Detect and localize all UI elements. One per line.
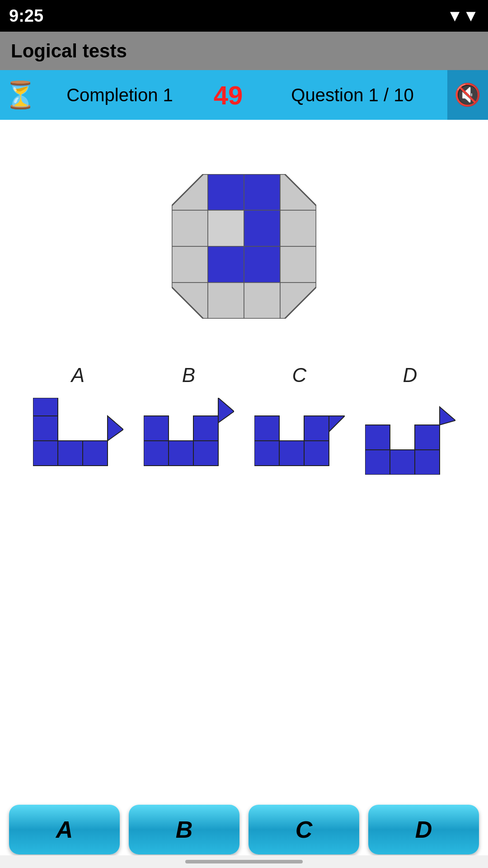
hourglass-icon: ⏳	[0, 70, 41, 120]
svg-rect-27	[169, 441, 193, 466]
svg-rect-3	[208, 174, 244, 210]
svg-rect-16	[244, 283, 280, 319]
question-label: Question 1 / 10	[258, 85, 447, 105]
svg-marker-30	[218, 398, 234, 423]
options-area: A B C D	[0, 364, 488, 477]
svg-rect-11	[208, 246, 244, 283]
option-label-c: C	[250, 364, 349, 387]
svg-rect-38	[365, 450, 390, 475]
status-bar: 9:25 ▼▼	[0, 0, 488, 32]
status-time: 9:25	[9, 6, 43, 26]
svg-rect-9	[280, 210, 316, 246]
wifi-icon: ▼▼	[447, 6, 479, 25]
svg-marker-23	[108, 416, 123, 441]
bottom-nav	[0, 855, 488, 868]
svg-rect-14	[172, 283, 208, 319]
sound-icon-glyph: 🔇	[454, 82, 481, 108]
octagon-figure	[172, 174, 316, 319]
svg-rect-17	[280, 283, 316, 319]
svg-rect-28	[193, 441, 218, 466]
svg-rect-6	[172, 210, 208, 246]
answer-button-a[interactable]: A	[9, 805, 120, 854]
main-content: A B C D	[0, 120, 488, 868]
svg-rect-32	[254, 441, 279, 466]
svg-marker-36	[329, 416, 345, 432]
svg-rect-13	[280, 246, 316, 283]
option-figure-c	[252, 396, 347, 477]
svg-rect-8	[244, 210, 280, 246]
svg-rect-19	[33, 416, 58, 441]
option-label-d: D	[361, 364, 460, 387]
svg-rect-29	[193, 416, 218, 441]
svg-rect-37	[365, 425, 390, 450]
option-figure-b	[141, 396, 236, 477]
svg-rect-34	[304, 441, 329, 466]
option-label-b: B	[139, 364, 239, 387]
option-figure-d	[363, 396, 458, 477]
svg-rect-31	[254, 416, 279, 441]
option-figures	[23, 396, 465, 477]
completion-label: Completion 1	[41, 85, 199, 105]
svg-marker-42	[440, 407, 455, 425]
svg-rect-24	[33, 398, 58, 416]
timer-value: 49	[199, 80, 258, 110]
svg-rect-2	[172, 174, 208, 210]
svg-rect-25	[144, 416, 169, 441]
svg-rect-15	[208, 283, 244, 319]
sound-icon[interactable]: 🔇	[447, 70, 488, 120]
svg-rect-5	[280, 174, 316, 210]
puzzle-area	[0, 174, 488, 319]
svg-rect-20	[33, 441, 58, 466]
nav-indicator	[185, 860, 303, 863]
header-bar: ⏳ Completion 1 49 Question 1 / 10 🔇	[0, 70, 488, 120]
option-labels: A B C D	[23, 364, 465, 387]
svg-rect-41	[415, 425, 440, 450]
svg-rect-10	[172, 246, 208, 283]
app-title: Logical tests	[11, 40, 127, 62]
svg-rect-35	[304, 416, 329, 441]
option-label-a: A	[28, 364, 128, 387]
svg-rect-33	[279, 441, 304, 466]
svg-rect-22	[83, 441, 108, 466]
answer-button-d[interactable]: D	[368, 805, 479, 854]
svg-rect-21	[58, 441, 83, 466]
svg-rect-4	[244, 174, 280, 210]
app-bar: Logical tests	[0, 32, 488, 70]
answer-button-b[interactable]: B	[129, 805, 239, 854]
svg-rect-40	[415, 450, 440, 475]
svg-rect-39	[390, 450, 415, 475]
svg-rect-26	[144, 441, 169, 466]
option-figure-a	[31, 396, 126, 477]
answer-buttons: A B C D	[0, 805, 488, 854]
svg-rect-12	[244, 246, 280, 283]
answer-button-c[interactable]: C	[249, 805, 359, 854]
svg-rect-7	[208, 210, 244, 246]
